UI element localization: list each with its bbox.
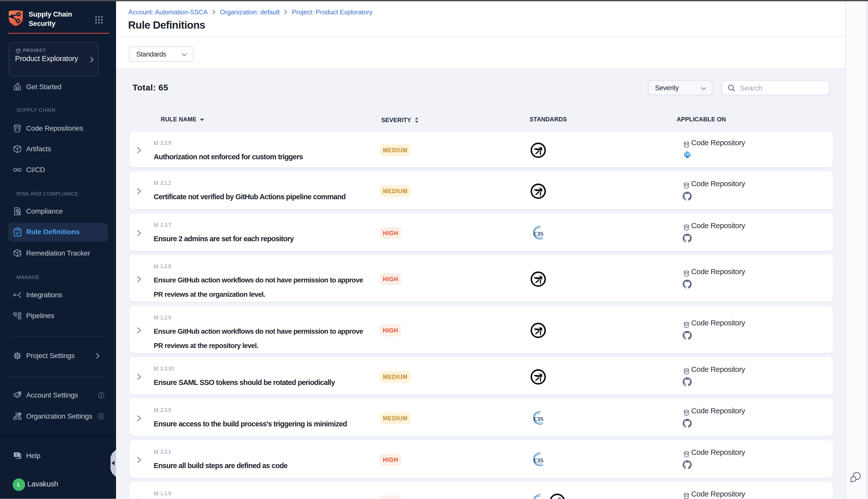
svg-text:?: ? xyxy=(15,453,17,457)
